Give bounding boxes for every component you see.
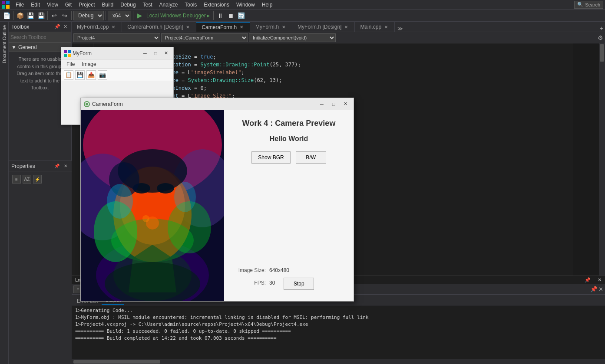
save-all-btn[interactable]: 💾 (36, 11, 46, 20)
vertical-scrollbar[interactable] (599, 43, 605, 275)
tab-cameraform-design[interactable]: CameraForm.h [Design] ✕ (122, 22, 196, 32)
method-dropdown[interactable]: InitializeComponent(void) (249, 33, 336, 42)
stop-button[interactable]: Stop (284, 278, 314, 290)
show-bgr-button[interactable]: Show BGR (251, 151, 290, 164)
output-line: 1>Generating Code... (75, 307, 602, 314)
search-toolbox-input[interactable] (10, 34, 76, 40)
menu-window[interactable]: Window (233, 1, 258, 9)
output-line: ========== Build: 1 succeeded, 0 failed,… (75, 328, 602, 335)
tab-close-cameraform-h[interactable]: ✕ (238, 24, 245, 30)
myform-tb-3[interactable]: 📤 (86, 70, 96, 80)
camera-hello-text: Hello World (231, 135, 347, 143)
myform-titlebar: MyForm ─ □ ✕ (61, 47, 173, 59)
doc-outline-label: Document Outline (2, 25, 7, 63)
add-tab-btn[interactable]: + (598, 25, 605, 32)
undo-btn[interactable]: ↩ (50, 11, 59, 20)
pause-btn[interactable]: ⏸ (215, 11, 225, 20)
toolbox-title: Toolbox (11, 24, 29, 30)
image-size-value: 640x480 (269, 267, 289, 273)
tab-close-myform-h-design[interactable]: ✕ (343, 24, 349, 30)
cameraform-icon (83, 101, 90, 108)
output-close-btn[interactable]: ✕ (598, 286, 603, 292)
cameraform-minimize-btn[interactable]: ─ (316, 99, 327, 109)
cameraform-maximize-btn[interactable]: □ (328, 99, 339, 109)
menu-tools[interactable]: Tools (181, 1, 200, 9)
svg-rect-4 (64, 50, 67, 53)
myform-icon (64, 50, 71, 57)
svg-rect-0 (2, 1, 5, 4)
tab-close-cameraform-design[interactable]: ✕ (185, 24, 191, 30)
myform-toolbar: 📋 💾 📤 📷 (61, 69, 173, 81)
project-dropdown[interactable]: Project4 (73, 33, 160, 42)
properties-pin-btn[interactable]: 📌 (53, 163, 60, 170)
props-event-btn[interactable]: ⚡ (33, 175, 42, 184)
config-dropdown[interactable]: Debug (73, 11, 104, 20)
props-sort-cat-btn[interactable]: ≡ (12, 175, 21, 184)
toolbox-close-btn[interactable]: ✕ (62, 23, 69, 30)
tab-close-myform-cpp[interactable]: ✕ (110, 24, 116, 30)
status-pin: 📌 (585, 277, 591, 283)
cameraform-close-btn[interactable]: ✕ (340, 99, 351, 109)
tab-myform-h[interactable]: MyForm.h ✕ (250, 22, 292, 32)
run-btn[interactable]: ▶ (135, 11, 144, 20)
menu-debug[interactable]: Debug (117, 1, 139, 9)
cameraform-title: CameraForm (92, 101, 316, 107)
menu-edit[interactable]: Edit (27, 1, 43, 9)
tab-cameraform-h[interactable]: CameraForm.h ✕ (196, 22, 250, 32)
tab-main-cpp[interactable]: Main.cpp ✕ (355, 22, 395, 32)
sep6 (213, 11, 214, 20)
myform-maximize-btn[interactable]: □ (151, 49, 160, 58)
search-bar[interactable]: 🔍 Search (574, 1, 603, 9)
search-label: Search (585, 2, 600, 7)
myform-menu-file[interactable]: File (63, 60, 78, 68)
class-dropdown[interactable]: Project4::CameraForm (161, 33, 248, 42)
myform-tb-2[interactable]: 💾 (75, 70, 85, 80)
sep4 (106, 11, 106, 20)
myform-tb-4[interactable]: 📷 (98, 70, 107, 80)
code-settings-btn[interactable]: ⚙ (598, 34, 603, 41)
restart-btn[interactable]: 🔄 (236, 11, 246, 20)
tab-myform-cpp[interactable]: MyForm1.cpp ✕ (72, 22, 122, 32)
myform-menu-image[interactable]: Image (78, 60, 99, 68)
save-btn[interactable]: 💾 (26, 11, 35, 20)
new-file-btn[interactable]: 📄 (2, 11, 11, 20)
more-tabs-btn[interactable]: ≫ (395, 26, 406, 32)
tab-close-myform-h[interactable]: ✕ (281, 24, 287, 30)
menu-view[interactable]: View (43, 1, 62, 9)
menu-build[interactable]: Build (99, 1, 117, 9)
debugger-label: Local Windows Debugger ▸ (145, 13, 212, 19)
cameraform-window: CameraForm ─ □ ✕ (80, 98, 354, 302)
properties-close-btn[interactable]: ✕ (62, 163, 69, 170)
myform-close-btn[interactable]: ✕ (161, 49, 171, 58)
output-pin-btn[interactable]: 📌 (590, 286, 598, 292)
menu-project[interactable]: Project (75, 1, 98, 9)
doc-outline-panel: Document Outline (0, 22, 9, 364)
bw-button[interactable]: B/W (296, 151, 326, 164)
fps-value: 30 (269, 280, 275, 286)
redo-btn[interactable]: ↪ (60, 11, 69, 20)
menu-extensions[interactable]: Extensions (200, 1, 233, 9)
sep1 (13, 11, 13, 20)
add-item-btn[interactable]: 📦 (15, 11, 25, 20)
menu-analyze[interactable]: Analyze (156, 1, 182, 9)
output-line: ========== Build completed at 14:22 and … (75, 335, 602, 342)
cameraform-titlebar: CameraForm ─ □ ✕ (81, 98, 354, 110)
myform-minimize-btn[interactable]: ─ (140, 49, 150, 58)
horizontal-scrollbar[interactable] (72, 359, 605, 364)
menu-test[interactable]: Test (139, 1, 156, 9)
toolbox-header: Toolbox 📌 ✕ (9, 22, 71, 32)
menu-help[interactable]: Help (258, 1, 276, 9)
stop-btn2[interactable]: ⏹ (226, 11, 235, 20)
props-sort-alpha-btn[interactable]: AZ (23, 175, 31, 184)
platform-dropdown[interactable]: x64 (108, 11, 131, 20)
toolbox-pin-btn[interactable]: 📌 (54, 23, 61, 30)
menu-file[interactable]: File (12, 1, 27, 9)
svg-rect-5 (68, 50, 71, 53)
menu-git[interactable]: Git (62, 1, 75, 9)
camera-image-area (81, 110, 224, 301)
myform-tb-1[interactable]: 📋 (64, 70, 73, 80)
svg-rect-2 (2, 5, 5, 9)
search-toolbox[interactable]: 🔍 (9, 32, 71, 43)
tab-close-main-cpp[interactable]: ✕ (383, 24, 389, 30)
tab-myform-h-design[interactable]: MyForm.h [Design] ✕ (292, 22, 355, 32)
